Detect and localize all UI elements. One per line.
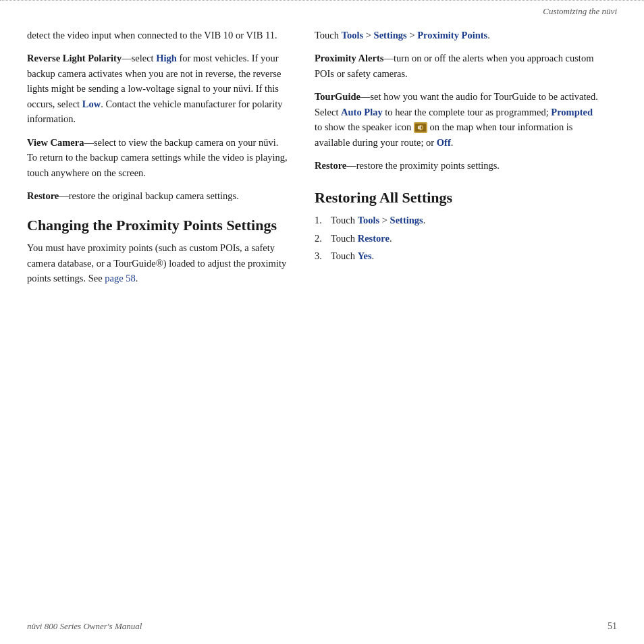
right-column: Touch Tools > Settings > Proximity Point…	[315, 28, 598, 294]
prompted-link: Prompted	[551, 107, 593, 117]
intro-text: detect the video input when connected to…	[27, 28, 290, 43]
footer-manual-name: nüvi 800 Series Owner's Manual	[27, 621, 142, 632]
reverse-light-term: Reverse Light Polarity	[27, 53, 122, 63]
restoring-all-settings-heading: Restoring All Settings	[315, 188, 598, 208]
off-link: Off	[437, 137, 451, 148]
proximity-heading: Changing the Proximity Points Settings	[27, 216, 290, 236]
tourguide-term: TourGuide	[315, 91, 360, 102]
view-camera-section: View Camera—select to view the backup ca…	[27, 135, 290, 180]
touch-instruction: Touch Tools > Settings > Proximity Point…	[315, 28, 598, 43]
speaker-icon	[414, 122, 427, 133]
footer-page-number: 51	[608, 621, 617, 632]
tools-link: Tools	[342, 30, 364, 41]
reverse-light-high: High	[156, 53, 177, 63]
header-bar: Customizing the nüvi	[0, 1, 644, 21]
settings-link: Settings	[374, 30, 407, 41]
step-1: 1. Touch Tools > Settings.	[315, 213, 598, 227]
page-58-link[interactable]: page 58	[105, 273, 136, 284]
restoring-steps: 1. Touch Tools > Settings. 2. Touch Rest…	[315, 213, 598, 263]
step-2: 2. Touch Restore.	[315, 231, 598, 246]
view-camera-term: View Camera	[27, 137, 84, 148]
content-area: detect the video input when connected to…	[0, 21, 644, 308]
step3-yes-link: Yes	[358, 250, 372, 261]
restore-proximity-section: Restore—restore the proximity points set…	[315, 158, 598, 173]
proximity-alerts-term: Proximity Alerts	[315, 53, 383, 63]
reverse-light-section: Reverse Light Polarity—select High for m…	[27, 51, 290, 126]
proximity-alerts-section: Proximity Alerts—turn on or off the aler…	[315, 51, 598, 81]
proximity-points-link: Proximity Points	[417, 30, 487, 41]
step1-settings-link: Settings	[390, 215, 423, 225]
page: Customizing the nüvi detect the video in…	[0, 0, 644, 644]
auto-play-link: Auto Play	[341, 107, 383, 117]
step2-restore-link: Restore	[358, 233, 390, 244]
step1-tools-link: Tools	[358, 215, 380, 225]
header-title: Customizing the nüvi	[543, 6, 617, 17]
restore-camera-section: Restore—restore the original backup came…	[27, 188, 290, 203]
step-3: 3. Touch Yes.	[315, 248, 598, 263]
tourguide-section: TourGuide—set how you want the audio for…	[315, 89, 598, 150]
restore-camera-term: Restore	[27, 190, 59, 201]
footer: nüvi 800 Series Owner's Manual 51	[27, 621, 617, 632]
proximity-intro: You must have proximity points (such as …	[27, 240, 290, 286]
left-column: detect the video input when connected to…	[27, 28, 290, 294]
reverse-light-low: Low	[82, 99, 101, 109]
restore-proximity-term: Restore	[315, 160, 346, 171]
